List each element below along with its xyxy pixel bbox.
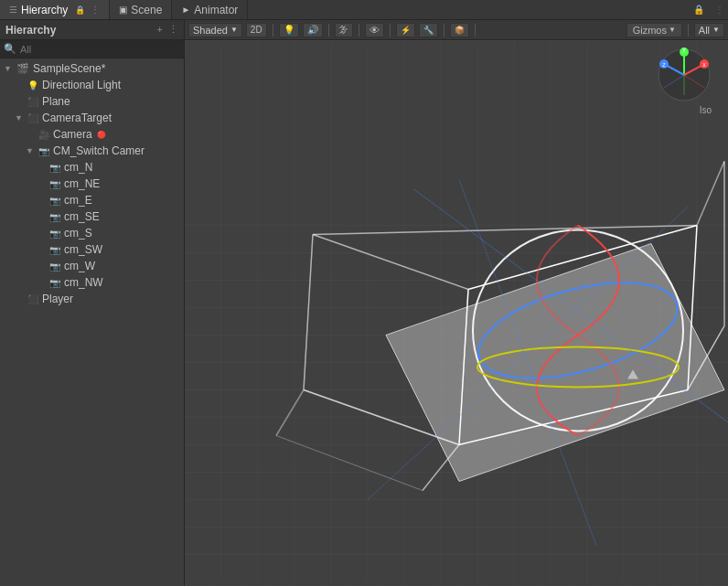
arrow-sample-scene: ▼ xyxy=(4,64,15,73)
tree-item-cm-se[interactable]: ▶ 📷 cm_SE xyxy=(0,208,184,225)
gizmos-arrow: ▼ xyxy=(669,26,676,34)
label-cm-sw: cm_SW xyxy=(64,243,102,256)
animator-icon: ► xyxy=(181,5,190,15)
label-directional-light: Directional Light xyxy=(42,79,121,91)
lighting-icon: 💡 xyxy=(284,25,294,35)
gizmos-dropdown[interactable]: Gizmos ▼ xyxy=(626,23,682,37)
hierarchy-options-icon[interactable]: ⋮ xyxy=(168,24,178,36)
main-layout: Hierarchy + ⋮ 🔍 ▼ 🎬 SampleScene* ⋮ ▶ 💡 D… xyxy=(0,20,728,586)
label-cm-ne: cm_NE xyxy=(64,177,100,190)
icon-cm-nw: 📷 xyxy=(49,278,60,288)
separator-4 xyxy=(390,24,391,37)
label-camera-target: CameraTarget xyxy=(42,112,112,124)
mode-2d-label: 2D xyxy=(251,25,262,35)
arrow-cm-switch: ▼ xyxy=(26,146,37,155)
scene-3d-view xyxy=(185,40,728,586)
extra-btn-2[interactable]: 🔧 xyxy=(419,23,438,37)
tab-animator[interactable]: ► Animator xyxy=(172,0,248,19)
effects-icon: 🌫 xyxy=(339,25,348,35)
label-sample-scene: SampleScene* xyxy=(33,62,105,75)
label-cm-e: cm_E xyxy=(64,194,92,207)
icon-cm-n: 📷 xyxy=(49,163,60,173)
all-dropdown[interactable]: All ▼ xyxy=(694,23,724,37)
tab-hierarchy[interactable]: ☰ Hierarchy 🔒 ⋮ xyxy=(0,0,110,19)
badge-camera: 🔴 xyxy=(97,131,106,139)
icon-sample-scene: 🎬 xyxy=(16,63,29,75)
tree-item-cm-s[interactable]: ▶ 📷 cm_S xyxy=(0,225,184,241)
gizmo-widget[interactable]: y x z Iso xyxy=(648,48,721,112)
all-label: All xyxy=(699,25,710,36)
icon-player: ⬛ xyxy=(27,294,38,304)
tree-item-cm-switch-camera[interactable]: ▼ 📷 CM_Switch Camer xyxy=(0,143,184,159)
scene-toolbar: Shaded ▼ 2D 💡 🔊 🌫 👁 xyxy=(185,20,728,40)
icon-cm-w: 📷 xyxy=(49,261,60,272)
hierarchy-search-bar: 🔍 xyxy=(0,40,184,59)
icon-cm-ne: 📷 xyxy=(49,179,60,189)
tree-item-sample-scene[interactable]: ▼ 🎬 SampleScene* ⋮ xyxy=(0,60,184,77)
tree-item-player[interactable]: ▶ ⬛ Player xyxy=(0,291,184,307)
scene-more-btn[interactable]: ⋮ xyxy=(712,0,728,19)
audio-icon: 🔊 xyxy=(307,25,318,35)
gizmos-label: Gizmos xyxy=(633,25,667,36)
tree-item-camera-target[interactable]: ▼ ⬛ CameraTarget xyxy=(0,110,184,126)
label-plane: Plane xyxy=(42,95,70,108)
svg-text:z: z xyxy=(662,61,666,68)
tree-item-cm-sw[interactable]: ▶ 📷 cm_SW xyxy=(0,241,184,258)
separator-7 xyxy=(688,24,689,37)
visibility-button[interactable]: 👁 xyxy=(365,23,384,37)
hierarchy-panel: Hierarchy + ⋮ 🔍 ▼ 🎬 SampleScene* ⋮ ▶ 💡 D… xyxy=(0,20,185,586)
mode-2d-button[interactable]: 2D xyxy=(246,23,267,37)
separator-3 xyxy=(359,24,359,37)
gizmo-svg: y x z xyxy=(648,48,721,102)
icon-cm-switch: 📷 xyxy=(38,146,49,156)
scene-more-icon: ⋮ xyxy=(715,5,724,15)
tree-item-directional-light[interactable]: ▶ 💡 Directional Light xyxy=(0,77,184,93)
icon-cm-se: 📷 xyxy=(49,212,60,222)
scene-icon: ▣ xyxy=(119,5,127,15)
icon-cm-e: 📷 xyxy=(49,196,60,206)
separator-5 xyxy=(444,24,444,37)
svg-text:x: x xyxy=(702,61,706,68)
hierarchy-header: Hierarchy + ⋮ xyxy=(0,20,184,40)
scene-canvas[interactable]: y x z Iso xyxy=(185,40,728,586)
icon-camera-target: ⬛ xyxy=(27,113,38,123)
hierarchy-more-icon[interactable]: ⋮ xyxy=(91,5,100,15)
lighting-button[interactable]: 💡 xyxy=(279,23,299,37)
label-cm-n: cm_N xyxy=(64,161,92,174)
tree-item-cm-w[interactable]: ▶ 📷 cm_W xyxy=(0,258,184,274)
shading-dropdown[interactable]: Shaded ▼ xyxy=(188,23,242,37)
scene-tab-panel: ▣ Scene ► Animator 🔒 ⋮ xyxy=(110,0,728,19)
label-camera: Camera xyxy=(53,128,92,141)
scene-lock-icon: 🔒 xyxy=(693,5,704,15)
label-cm-se: cm_SE xyxy=(64,210,100,223)
tree-item-plane[interactable]: ▶ ⬛ Plane xyxy=(0,93,184,110)
icon-plane: ⬛ xyxy=(27,97,38,107)
separator-1 xyxy=(273,24,273,37)
tab-scene[interactable]: ▣ Scene xyxy=(110,0,172,19)
effects-button[interactable]: 🌫 xyxy=(335,23,353,37)
extra-btn-3[interactable]: 📦 xyxy=(450,23,469,37)
hierarchy-lock-icon: 🔒 xyxy=(75,5,85,15)
hierarchy-add-icon[interactable]: + xyxy=(157,24,163,36)
label-player: Player xyxy=(42,293,73,305)
icon-camera: 🎥 xyxy=(38,130,49,140)
search-input[interactable] xyxy=(20,44,180,55)
label-cm-w: cm_W xyxy=(64,260,95,272)
hierarchy-tree: ▼ 🎬 SampleScene* ⋮ ▶ 💡 Directional Light… xyxy=(0,59,184,586)
tree-item-camera[interactable]: ▶ 🎥 Camera 🔴 xyxy=(0,126,184,143)
tree-item-cm-ne[interactable]: ▶ 📷 cm_NE xyxy=(0,176,184,192)
all-arrow: ▼ xyxy=(712,26,720,34)
hierarchy-tab-panel: ☰ Hierarchy 🔒 ⋮ xyxy=(0,0,110,19)
tree-item-cm-nw[interactable]: ▶ 📷 cm_NW xyxy=(0,274,184,291)
scene-lock-btn[interactable]: 🔒 xyxy=(686,0,712,19)
tree-item-cm-n[interactable]: ▶ 📷 cm_N xyxy=(0,159,184,176)
tab-animator-label: Animator xyxy=(194,4,238,16)
hierarchy-title: Hierarchy xyxy=(5,24,56,37)
tab-scene-label: Scene xyxy=(131,4,162,16)
icon-directional-light: 💡 xyxy=(27,80,38,91)
extra-btn-1[interactable]: ⚡ xyxy=(396,23,415,37)
iso-label[interactable]: Iso xyxy=(700,105,712,115)
audio-button[interactable]: 🔊 xyxy=(303,23,323,37)
tree-item-cm-e[interactable]: ▶ 📷 cm_E xyxy=(0,192,184,208)
separator-6 xyxy=(475,24,476,37)
